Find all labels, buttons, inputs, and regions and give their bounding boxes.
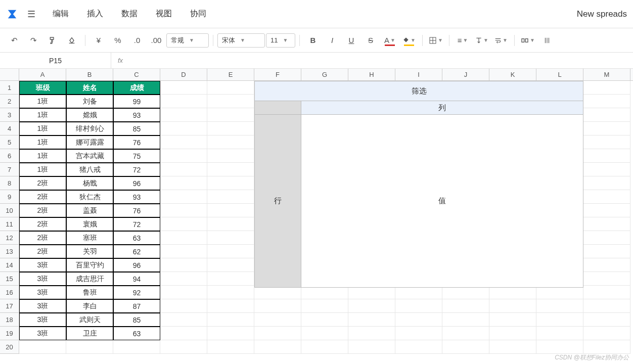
table-data-cell[interactable]: 2班 bbox=[19, 176, 66, 190]
table-data-cell[interactable]: 2班 bbox=[19, 245, 66, 258]
cell[interactable] bbox=[583, 176, 630, 190]
row-header[interactable]: 10 bbox=[0, 204, 19, 217]
cell[interactable] bbox=[583, 272, 630, 286]
cell[interactable] bbox=[160, 122, 207, 135]
align-h-button[interactable]: ≡▼ bbox=[454, 32, 472, 49]
column-header[interactable]: J bbox=[442, 69, 489, 80]
table-data-cell[interactable]: 85 bbox=[113, 313, 160, 327]
cell[interactable] bbox=[301, 313, 348, 327]
column-header[interactable]: E bbox=[207, 69, 254, 80]
table-data-cell[interactable]: 1班 bbox=[19, 163, 66, 176]
merge-button[interactable]: ▼ bbox=[519, 32, 537, 49]
cell[interactable] bbox=[301, 327, 348, 340]
row-header[interactable]: 20 bbox=[0, 340, 19, 354]
text-color-button[interactable]: A▼ bbox=[381, 32, 399, 49]
cell[interactable] bbox=[442, 340, 489, 354]
menu-edit[interactable]: 编辑 bbox=[53, 9, 69, 19]
cell[interactable] bbox=[395, 299, 442, 313]
table-data-cell[interactable]: 75 bbox=[113, 149, 160, 163]
cell[interactable] bbox=[207, 327, 254, 340]
table-data-cell[interactable]: 96 bbox=[113, 176, 160, 190]
cell[interactable] bbox=[583, 258, 630, 272]
cell[interactable] bbox=[160, 81, 207, 95]
table-data-cell[interactable]: 1班 bbox=[19, 108, 66, 122]
decrease-decimal-button[interactable]: .0 bbox=[128, 32, 146, 49]
table-data-cell[interactable]: 1班 bbox=[19, 149, 66, 163]
cell[interactable] bbox=[489, 340, 536, 354]
row-header[interactable]: 8 bbox=[0, 176, 19, 190]
row-header[interactable]: 4 bbox=[0, 122, 19, 135]
table-data-cell[interactable]: 鲁班 bbox=[66, 286, 113, 299]
cell[interactable] bbox=[160, 286, 207, 299]
row-header[interactable]: 13 bbox=[0, 245, 19, 258]
cell[interactable] bbox=[207, 204, 254, 217]
table-data-cell[interactable]: 武则天 bbox=[66, 313, 113, 327]
column-header[interactable]: H bbox=[348, 69, 395, 80]
table-data-cell[interactable]: 百里守约 bbox=[66, 258, 113, 272]
freeze-button[interactable] bbox=[538, 32, 556, 49]
table-data-cell[interactable]: 2班 bbox=[19, 217, 66, 231]
italic-button[interactable]: I bbox=[323, 32, 341, 49]
cell[interactable] bbox=[113, 340, 160, 354]
cell[interactable] bbox=[489, 313, 536, 327]
cell[interactable] bbox=[583, 313, 630, 327]
cell[interactable] bbox=[583, 204, 630, 217]
cell[interactable] bbox=[301, 340, 348, 354]
cell[interactable] bbox=[254, 313, 301, 327]
percent-button[interactable]: % bbox=[109, 32, 127, 49]
row-header[interactable]: 5 bbox=[0, 135, 19, 149]
table-data-cell[interactable]: 李白 bbox=[66, 299, 113, 313]
row-header[interactable]: 7 bbox=[0, 163, 19, 176]
cell[interactable] bbox=[207, 108, 254, 122]
cell[interactable] bbox=[583, 217, 630, 231]
cell[interactable] bbox=[207, 286, 254, 299]
column-header[interactable]: B bbox=[66, 69, 113, 80]
cell[interactable] bbox=[442, 286, 489, 299]
table-data-cell[interactable]: 3班 bbox=[19, 258, 66, 272]
row-header[interactable]: 17 bbox=[0, 299, 19, 313]
table-data-cell[interactable]: 72 bbox=[113, 217, 160, 231]
cell[interactable] bbox=[207, 81, 254, 95]
table-data-cell[interactable]: 3班 bbox=[19, 299, 66, 313]
cell[interactable] bbox=[348, 340, 395, 354]
fill-color-button[interactable]: ▼ bbox=[400, 32, 418, 49]
cell[interactable] bbox=[395, 286, 442, 299]
table-data-cell[interactable]: 92 bbox=[113, 286, 160, 299]
cell[interactable] bbox=[160, 313, 207, 327]
table-data-cell[interactable]: 3班 bbox=[19, 313, 66, 327]
cell[interactable] bbox=[254, 299, 301, 313]
table-header-cell[interactable]: 姓名 bbox=[66, 81, 113, 95]
cell[interactable] bbox=[583, 108, 630, 122]
cell[interactable] bbox=[348, 286, 395, 299]
cell[interactable] bbox=[254, 340, 301, 354]
cell[interactable] bbox=[160, 108, 207, 122]
font-size-select[interactable]: 11 ▼ bbox=[266, 33, 295, 48]
row-header[interactable]: 18 bbox=[0, 313, 19, 327]
table-data-cell[interactable]: 盖聂 bbox=[66, 204, 113, 217]
cell[interactable] bbox=[207, 231, 254, 245]
currency-button[interactable]: ¥ bbox=[89, 32, 108, 49]
row-header[interactable]: 15 bbox=[0, 272, 19, 286]
table-data-cell[interactable]: 塞班 bbox=[66, 231, 113, 245]
cell[interactable] bbox=[395, 327, 442, 340]
cell[interactable] bbox=[583, 190, 630, 204]
cell[interactable] bbox=[583, 81, 630, 95]
table-data-cell[interactable]: 2班 bbox=[19, 204, 66, 217]
table-data-cell[interactable]: 94 bbox=[113, 272, 160, 286]
table-data-cell[interactable]: 娜可露露 bbox=[66, 135, 113, 149]
cell[interactable] bbox=[442, 299, 489, 313]
cell[interactable] bbox=[207, 149, 254, 163]
cell[interactable] bbox=[19, 340, 66, 354]
column-header[interactable]: G bbox=[301, 69, 348, 80]
cell[interactable] bbox=[207, 163, 254, 176]
row-header[interactable]: 3 bbox=[0, 108, 19, 122]
row-header[interactable]: 6 bbox=[0, 149, 19, 163]
table-data-cell[interactable]: 2班 bbox=[19, 190, 66, 204]
cell[interactable] bbox=[395, 340, 442, 354]
number-format-select[interactable]: 常规 ▼ bbox=[166, 33, 209, 48]
row-header[interactable]: 1 bbox=[0, 81, 19, 95]
cell[interactable] bbox=[583, 245, 630, 258]
table-data-cell[interactable]: 93 bbox=[113, 108, 160, 122]
cell[interactable] bbox=[583, 299, 630, 313]
cell[interactable] bbox=[160, 163, 207, 176]
